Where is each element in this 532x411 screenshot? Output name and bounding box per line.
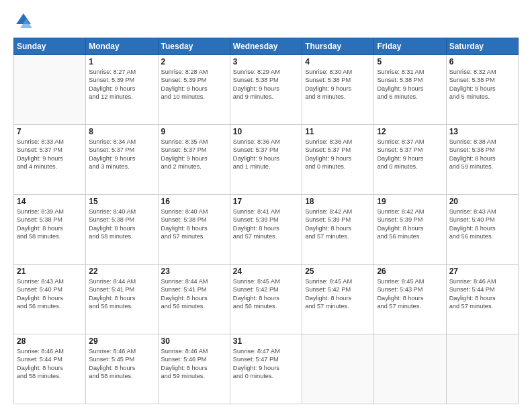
day-number: 14 <box>17 197 83 206</box>
calendar-cell: 12Sunrise: 8:37 AMSunset: 5:37 PMDayligh… <box>374 125 446 195</box>
day-number: 30 <box>161 336 227 346</box>
cell-line: Daylight: 8 hours <box>449 294 515 302</box>
calendar-cell: 3Sunrise: 8:29 AMSunset: 5:38 PMDaylight… <box>230 55 302 125</box>
cell-line: Sunset: 5:45 PM <box>89 355 154 363</box>
weekday-header-wednesday: Wednesday <box>230 38 302 55</box>
cell-line: Sunset: 5:41 PM <box>161 285 227 293</box>
cell-line: Sunrise: 8:31 AM <box>377 68 443 76</box>
logo <box>13 11 36 31</box>
cell-line: Sunrise: 8:36 AM <box>305 138 371 146</box>
cell-line: Daylight: 9 hours <box>305 85 371 93</box>
cell-line: Daylight: 8 hours <box>233 224 299 232</box>
calendar-cell: 20Sunrise: 8:43 AMSunset: 5:40 PMDayligh… <box>446 195 518 265</box>
day-number: 28 <box>17 336 83 346</box>
cell-line: Daylight: 9 hours <box>377 85 443 93</box>
cell-line: Sunrise: 8:33 AM <box>17 138 83 146</box>
cell-line: Sunset: 5:39 PM <box>233 216 299 224</box>
week-row-3: 21Sunrise: 8:43 AMSunset: 5:40 PMDayligh… <box>14 265 519 334</box>
calendar-cell: 16Sunrise: 8:40 AMSunset: 5:38 PMDayligh… <box>158 195 230 265</box>
cell-line: and 59 minutes. <box>161 372 227 380</box>
cell-line: Daylight: 8 hours <box>89 224 154 232</box>
cell-line: Daylight: 9 hours <box>305 154 371 163</box>
cell-line: and 12 minutes. <box>89 93 154 101</box>
cell-line: Sunset: 5:38 PM <box>17 216 83 224</box>
cell-line: and 56 minutes. <box>161 302 227 310</box>
weekday-header-thursday: Thursday <box>302 38 374 55</box>
calendar-cell: 21Sunrise: 8:43 AMSunset: 5:40 PMDayligh… <box>14 265 86 334</box>
cell-line: Sunrise: 8:27 AM <box>89 68 154 76</box>
cell-line: Sunset: 5:38 PM <box>233 76 299 84</box>
cell-line: and 59 minutes. <box>449 163 515 171</box>
cell-line: Sunrise: 8:39 AM <box>17 208 83 216</box>
day-number: 31 <box>233 336 299 346</box>
cell-line: Sunset: 5:39 PM <box>377 216 443 224</box>
day-number: 11 <box>305 127 371 136</box>
cell-line: Sunset: 5:38 PM <box>161 216 227 224</box>
cell-line: and 58 minutes. <box>89 232 154 240</box>
cell-line: Daylight: 9 hours <box>17 154 83 163</box>
calendar-cell: 2Sunrise: 8:28 AMSunset: 5:39 PMDaylight… <box>158 55 230 125</box>
cell-line: Sunset: 5:37 PM <box>17 146 83 154</box>
calendar-cell: 13Sunrise: 8:38 AMSunset: 5:38 PMDayligh… <box>446 125 518 195</box>
day-number: 9 <box>161 127 227 136</box>
calendar-cell: 27Sunrise: 8:46 AMSunset: 5:44 PMDayligh… <box>446 265 518 334</box>
cell-line: and 57 minutes. <box>305 232 371 240</box>
cell-line: and 57 minutes. <box>377 302 443 310</box>
calendar-cell: 31Sunrise: 8:47 AMSunset: 5:47 PMDayligh… <box>230 334 302 404</box>
calendar-cell: 25Sunrise: 8:45 AMSunset: 5:42 PMDayligh… <box>302 265 374 334</box>
cell-line: Sunrise: 8:32 AM <box>449 68 515 76</box>
calendar-cell: 24Sunrise: 8:45 AMSunset: 5:42 PMDayligh… <box>230 265 302 334</box>
cell-line: and 57 minutes. <box>449 302 515 310</box>
cell-line: and 0 minutes. <box>377 163 443 171</box>
cell-line: Daylight: 9 hours <box>233 154 299 163</box>
cell-line: Sunrise: 8:42 AM <box>377 208 443 216</box>
calendar-cell: 17Sunrise: 8:41 AMSunset: 5:39 PMDayligh… <box>230 195 302 265</box>
cell-line: Sunrise: 8:42 AM <box>305 208 371 216</box>
cell-line: and 2 minutes. <box>161 163 227 171</box>
cell-line: Sunrise: 8:45 AM <box>377 277 443 285</box>
cell-line: Sunset: 5:38 PM <box>377 76 443 84</box>
calendar-cell: 4Sunrise: 8:30 AMSunset: 5:38 PMDaylight… <box>302 55 374 125</box>
cell-line: Daylight: 9 hours <box>89 85 154 93</box>
cell-line: Daylight: 8 hours <box>233 294 299 302</box>
calendar-cell: 18Sunrise: 8:42 AMSunset: 5:39 PMDayligh… <box>302 195 374 265</box>
cell-line: Daylight: 8 hours <box>17 364 83 372</box>
calendar-cell: 11Sunrise: 8:36 AMSunset: 5:37 PMDayligh… <box>302 125 374 195</box>
calendar-cell: 22Sunrise: 8:44 AMSunset: 5:41 PMDayligh… <box>86 265 158 334</box>
cell-line: Sunrise: 8:44 AM <box>89 277 154 285</box>
cell-line: Sunrise: 8:46 AM <box>17 347 83 355</box>
calendar-cell: 8Sunrise: 8:34 AMSunset: 5:37 PMDaylight… <box>86 125 158 195</box>
cell-line: Daylight: 8 hours <box>449 154 515 163</box>
cell-line: and 56 minutes. <box>17 302 83 310</box>
day-number: 5 <box>377 57 443 66</box>
day-number: 24 <box>233 267 299 276</box>
day-number: 13 <box>449 127 515 136</box>
calendar-cell <box>302 334 374 404</box>
cell-line: Daylight: 8 hours <box>161 364 227 372</box>
cell-line: Sunset: 5:40 PM <box>17 285 83 293</box>
week-row-4: 28Sunrise: 8:46 AMSunset: 5:44 PMDayligh… <box>14 334 519 404</box>
cell-line: Sunset: 5:37 PM <box>377 146 443 154</box>
cell-line: and 56 minutes. <box>377 232 443 240</box>
day-number: 10 <box>233 127 299 136</box>
day-number: 15 <box>89 197 154 206</box>
cell-line: Daylight: 8 hours <box>449 224 515 232</box>
cell-line: Daylight: 8 hours <box>89 364 154 372</box>
cell-line: Daylight: 9 hours <box>233 85 299 93</box>
cell-line: Sunset: 5:42 PM <box>305 285 371 293</box>
cell-line: Daylight: 8 hours <box>377 294 443 302</box>
cell-line: Daylight: 8 hours <box>305 294 371 302</box>
cell-line: Sunset: 5:47 PM <box>233 355 299 363</box>
day-number: 7 <box>17 127 83 136</box>
day-number: 6 <box>449 57 515 66</box>
calendar-cell: 23Sunrise: 8:44 AMSunset: 5:41 PMDayligh… <box>158 265 230 334</box>
cell-line: and 0 minutes. <box>305 163 371 171</box>
cell-line: Sunrise: 8:28 AM <box>161 68 227 76</box>
cell-line: Sunset: 5:37 PM <box>161 146 227 154</box>
cell-line: and 0 minutes. <box>233 372 299 380</box>
cell-line: and 4 minutes. <box>17 163 83 171</box>
cell-line: and 58 minutes. <box>89 372 154 380</box>
cell-line: and 10 minutes. <box>161 93 227 101</box>
calendar-cell <box>374 334 446 404</box>
cell-line: Sunset: 5:43 PM <box>377 285 443 293</box>
